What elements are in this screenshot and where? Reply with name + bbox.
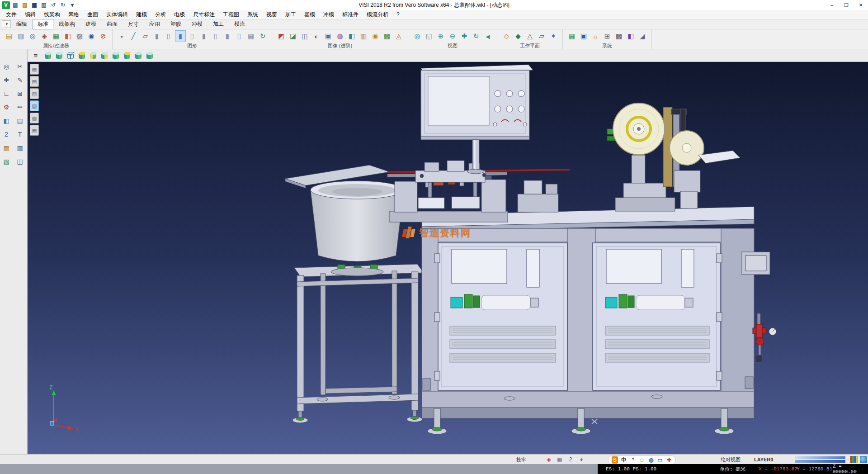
pan-view-icon[interactable]: ✚ [459,30,470,42]
view-wireframe-icon[interactable] [66,51,75,61]
trim-tool-icon[interactable]: ✂ [14,61,25,71]
ime-punctuation[interactable]: ” [630,456,636,464]
close-button[interactable]: ✕ [854,0,868,10]
menu-drawing[interactable]: 工程图 [219,10,243,19]
view-top-icon[interactable] [77,51,87,61]
show-points-icon[interactable]: ▪ [116,30,127,42]
zoom-in-icon[interactable]: ⊕ [435,30,446,42]
open-file-icon[interactable]: ▨ [21,1,29,9]
view-mode-selector[interactable]: 绝对视图 [721,455,741,465]
menu-edit[interactable]: 编辑 [21,10,40,19]
tab-dropdown-icon[interactable]: ▼ [2,20,11,28]
texture-icon[interactable]: ▣ [323,30,334,42]
render-mixed-icon[interactable]: ◫ [299,30,310,42]
menu-standard-parts[interactable]: 标准件 [338,10,363,19]
show-edges-icon[interactable]: ▮ [198,30,209,42]
hand-input-icon[interactable]: 2 [566,455,575,464]
transparency-icon[interactable]: ◐ [311,30,322,42]
print-icon[interactable]: ▥ [40,1,48,9]
3d-viewport[interactable]: Z X ▤▤▤▤▤▤ 智造资料网 [28,62,868,454]
solid-view-icon[interactable]: ◧ [1,115,12,126]
show-dims-icon[interactable]: ▮ [222,30,233,42]
tab-die[interactable]: 冲模 [187,19,208,29]
view-dynamic-icon[interactable] [54,51,64,61]
view-front-icon[interactable] [88,51,98,61]
menu-help[interactable]: ? [392,10,404,19]
snap-settings-icon[interactable]: ◈ [545,455,553,464]
viewport-preset-3[interactable]: ▤ [30,88,39,99]
previous-view-icon[interactable]: ◄ [482,30,493,42]
ime-chinese-mode[interactable]: 中 [621,456,627,464]
shadow-icon[interactable]: ◍ [335,30,345,42]
menu-solid-edit[interactable]: 实体编辑 [102,10,132,19]
workplane-entity-icon[interactable]: ◆ [513,30,524,42]
filter-all-icon[interactable]: ◎ [27,30,38,42]
status-corner-icon[interactable] [860,455,867,465]
zoom-out-icon[interactable]: ⊖ [447,30,458,42]
tab-flow[interactable]: 模流 [229,19,250,29]
menu-window[interactable]: 视窗 [262,10,281,19]
screen-config-icon[interactable]: ▣ [578,30,589,42]
tab-dimension[interactable]: 尺寸 [123,19,144,29]
attribute-copy-icon[interactable]: ▥ [15,30,26,42]
new-file-icon[interactable]: ▤ [11,1,19,9]
2d-mode-icon[interactable]: 2 [1,129,12,139]
zoom-fit-icon[interactable]: ◎ [412,30,423,42]
save-icon[interactable]: ▦ [30,1,38,9]
show-curves-icon[interactable]: ╱ [128,30,139,42]
tab-edit[interactable]: 编辑 [11,19,32,29]
sketch-tool-icon[interactable]: ✎ [14,75,25,85]
menu-file[interactable]: 文件 [2,10,21,19]
show-annotations-icon[interactable]: ▯ [234,30,245,42]
undo-icon[interactable]: ↺ [49,1,57,9]
viewport-preset-4[interactable]: ▤ [30,100,39,111]
zoom-tool-icon[interactable]: ◎ [1,61,12,71]
image-capture-icon[interactable]: ◬ [393,30,404,42]
clear-filter-icon[interactable]: ⊘ [98,30,108,42]
color-palette-icon[interactable] [850,455,858,465]
workplane-origin-icon[interactable]: ✦ [548,30,559,42]
view-iso-icon[interactable] [111,51,121,61]
viewport-preset-2[interactable]: ▤ [30,76,39,87]
ime-mic-icon[interactable]: ◍ [648,456,654,464]
viewport-preset-6[interactable]: ▤ [30,125,39,136]
filter-type-icon[interactable]: ◈ [39,30,50,42]
workplane-3points-icon[interactable]: △ [524,30,535,42]
sheet-view-icon[interactable]: ▤ [14,115,25,126]
menu-surface[interactable]: 曲面 [83,10,102,19]
hidden-line-icon[interactable]: ▯ [187,30,198,42]
light-config-icon[interactable]: ☼ [590,30,601,42]
show-surfaces-icon[interactable]: ▱ [140,30,151,42]
text-tool-icon[interactable]: T [14,129,25,139]
ime-emoji-icon[interactable]: ☺ [639,456,645,464]
menu-mesh[interactable]: 网格 [64,10,83,19]
grid-config-icon[interactable]: ⊞ [602,30,613,42]
menu-modeling[interactable]: 建模 [132,10,151,19]
measure-tool-icon[interactable]: ∟ [1,88,12,99]
menu-mold[interactable]: 塑模 [300,10,319,19]
layer-color-bar[interactable] [795,455,845,465]
show-axes-icon[interactable]: ▯ [210,30,221,42]
view-list-icon[interactable]: ≡ [30,51,41,61]
view-trimetric-icon[interactable] [145,51,155,61]
snap-tool-icon[interactable]: ✚ [1,75,12,85]
tab-surface[interactable]: 曲面 [102,19,123,29]
show-solids-icon[interactable]: ▮ [151,30,162,42]
units-config-icon[interactable]: ◧ [625,30,636,42]
settings-tool-icon[interactable]: ⚙ [1,102,12,112]
snap-lock-toggle[interactable]: 拴牢 [516,455,526,465]
copy-tool-icon[interactable]: ◫ [14,156,25,166]
qat-more-icon[interactable]: ▾ [68,1,76,9]
show-wireframe-icon[interactable]: ▯ [163,30,174,42]
palette-tool-icon[interactable]: ▦ [1,142,12,153]
highlight-icon[interactable]: ◉ [370,30,381,42]
view-side-icon[interactable] [99,51,109,61]
menu-die[interactable]: 冲模 [319,10,338,19]
menu-electrode[interactable]: 电极 [170,10,189,19]
tab-modeling[interactable]: 建模 [80,19,101,29]
zoom-window-icon[interactable]: ◱ [424,30,434,42]
3d-model-canvas[interactable]: Z X [28,62,868,454]
edit-tool-icon[interactable]: ✏ [14,102,25,112]
performance-icon[interactable]: ◢ [637,30,648,42]
render-wire-icon[interactable]: ◪ [288,30,298,42]
